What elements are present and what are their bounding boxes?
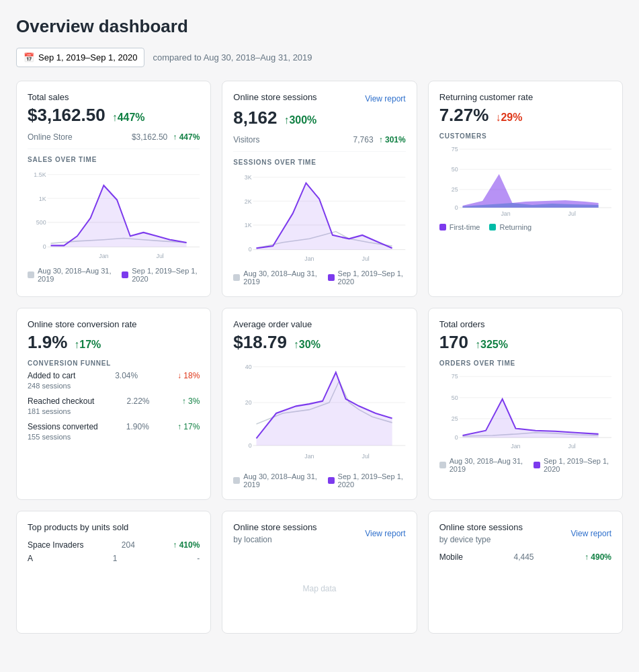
total-sales-sub-row: Online Store $3,162.50 ↑ 447%	[28, 132, 200, 149]
total-orders-chart-label: ORDERS OVER TIME	[439, 360, 611, 367]
svg-text:Jan: Jan	[501, 210, 510, 217]
calendar-icon: 📅	[24, 52, 34, 62]
sessions-device-view-report[interactable]: View report	[571, 529, 611, 538]
sessions-sub-label: Visitors	[233, 135, 259, 144]
sessions-chart: 3K 2K 1K 0 Jan Jul	[233, 170, 405, 264]
avg-order-chart: 40 20 0 Jan Jul	[233, 360, 405, 467]
svg-text:2K: 2K	[245, 198, 253, 204]
svg-text:20: 20	[245, 399, 252, 406]
funnel-name-2: Sessions converted	[28, 422, 98, 431]
svg-text:1K: 1K	[245, 222, 253, 228]
avg-order-legend-prev: Aug 30, 2018–Aug 31, 2019	[233, 472, 318, 489]
dashboard-grid: Total sales $3,162.50 ↑447% Online Store…	[16, 81, 623, 634]
svg-text:75: 75	[451, 373, 458, 380]
product-count-1: 1	[113, 554, 118, 563]
svg-text:0: 0	[249, 245, 252, 252]
svg-text:0: 0	[249, 442, 252, 449]
svg-text:1.5K: 1.5K	[34, 171, 46, 178]
funnel-pct-0: 3.04%	[115, 371, 138, 380]
svg-text:500: 500	[36, 219, 46, 226]
sessions-legend-prev: Aug 30, 2018–Aug 31, 2019	[233, 269, 318, 286]
svg-marker-40	[257, 372, 392, 446]
returning-metric-row: 7.27% ↓29%	[439, 105, 611, 126]
date-range-button[interactable]: 📅 Sep 1, 2019–Sep 1, 2020	[16, 48, 144, 67]
sessions-title: Online store sessions	[233, 92, 316, 102]
funnel-row-0: Added to cart 3.04% ↓ 18% 248 sessions	[28, 371, 200, 390]
date-range-label: Sep 1, 2019–Sep 1, 2020	[38, 52, 137, 62]
sessions-change: ↑300%	[284, 114, 316, 126]
svg-text:75: 75	[451, 146, 458, 153]
funnel-name-1: Reached checkout	[28, 396, 94, 406]
svg-text:Jul: Jul	[568, 210, 575, 217]
sessions-location-card: Online store sessions by location View r…	[222, 511, 417, 634]
sessions-legend-prev-label: Aug 30, 2018–Aug 31, 2019	[243, 269, 318, 286]
compare-label: compared to Aug 30, 2018–Aug 31, 2019	[153, 52, 312, 62]
avg-order-legend-prev-label: Aug 30, 2018–Aug 31, 2019	[243, 472, 318, 489]
total-orders-value: 170	[439, 332, 468, 353]
avg-order-legend: Aug 30, 2018–Aug 31, 2019 Sep 1, 2019–Se…	[233, 472, 405, 489]
total-orders-legend-prev: Aug 30, 2018–Aug 31, 2019	[439, 457, 524, 473]
conversion-funnel-label: CONVERSION FUNNEL	[28, 360, 200, 367]
returning-card: Returning customer rate 7.27% ↓29% CUSTO…	[428, 81, 623, 297]
funnel-row-1: Reached checkout 2.22% ↑ 3% 181 sessions	[28, 396, 200, 415]
total-sales-card: Total sales $3,162.50 ↑447% Online Store…	[16, 81, 211, 297]
total-orders-chart: 75 50 25 0 Jan Jul	[439, 371, 611, 452]
top-products-title: Top products by units sold	[28, 522, 200, 532]
funnel-sub-0: 248 sessions	[28, 382, 200, 390]
avg-order-card: Average order value $18.79 ↑30% 40 20 0 …	[222, 308, 417, 500]
total-orders-legend-curr-label: Sep 1, 2019–Sep 1, 2020	[544, 457, 611, 473]
total-sales-change: ↑447%	[112, 112, 145, 124]
svg-text:Jul: Jul	[568, 443, 575, 450]
product-change-1: -	[197, 554, 200, 563]
total-sales-sub-label: Online Store	[28, 132, 73, 142]
returning-legend: First-time Returning	[439, 223, 611, 231]
sessions-sub-change: ↑ 301%	[379, 135, 406, 144]
legend-returning-label: Returning	[499, 223, 531, 231]
avg-order-legend-curr-label: Sep 1, 2019–Sep 1, 2020	[338, 472, 406, 489]
sessions-chart-label: SESSIONS OVER TIME	[233, 159, 405, 166]
conversion-funnel: Added to cart 3.04% ↓ 18% 248 sessions R…	[28, 371, 200, 441]
top-products-list: Space Invaders 204 ↑ 410% A 1 -	[28, 540, 200, 563]
legend-curr: Sep 1, 2019–Sep 1, 2020	[122, 267, 200, 283]
svg-text:50: 50	[451, 166, 458, 173]
sessions-view-report[interactable]: View report	[365, 94, 405, 103]
sessions-device-mobile-row: Mobile 4,445 ↑ 490%	[439, 552, 611, 562]
sessions-location-title: Online store sessions	[233, 522, 316, 532]
legend-prev-dot	[28, 271, 34, 278]
sessions-metric-row: 8,162 ↑300%	[233, 108, 405, 128]
total-orders-legend: Aug 30, 2018–Aug 31, 2019 Sep 1, 2019–Se…	[439, 457, 611, 473]
avg-order-change: ↑30%	[294, 339, 321, 351]
product-row-1: A 1 -	[28, 554, 200, 563]
funnel-pct-2: 1.90%	[126, 422, 149, 431]
product-name-1: A	[28, 554, 33, 563]
svg-text:40: 40	[245, 364, 252, 370]
total-orders-title: Total orders	[439, 319, 611, 329]
top-products-card: Top products by units sold Space Invader…	[16, 511, 211, 634]
svg-text:3K: 3K	[245, 174, 253, 181]
svg-text:1K: 1K	[39, 195, 47, 202]
legend-returning: Returning	[489, 223, 531, 231]
total-sales-metric-row: $3,162.50 ↑447%	[28, 105, 200, 126]
total-orders-card: Total orders 170 ↑325% ORDERS OVER TIME …	[428, 308, 623, 500]
product-name-0: Space Invaders	[28, 540, 83, 550]
svg-text:25: 25	[451, 415, 458, 422]
svg-text:50: 50	[451, 394, 458, 401]
legend-first-time-label: First-time	[450, 223, 480, 231]
funnel-pct-1: 2.22%	[127, 396, 150, 406]
total-sales-value: $3,162.50	[28, 105, 105, 126]
sessions-legend-curr-label: Sep 1, 2019–Sep 1, 2020	[338, 269, 406, 286]
funnel-row-2: Sessions converted 1.90% ↑ 17% 155 sessi…	[28, 422, 200, 441]
total-sales-sub-value: $3,162.50	[132, 132, 167, 142]
returning-title: Returning customer rate	[439, 92, 611, 102]
avg-order-title: Average order value	[233, 319, 405, 329]
sessions-sub-row: Visitors 7,763 ↑ 301%	[233, 135, 405, 152]
sessions-location-view-report[interactable]: View report	[365, 529, 405, 538]
avg-order-metric-row: $18.79 ↑30%	[233, 332, 405, 353]
page-title: Overview dashboard	[16, 16, 623, 37]
sessions-device-mobile-value: 4,445	[513, 552, 534, 562]
total-orders-legend-prev-label: Aug 30, 2018–Aug 31, 2019	[450, 457, 524, 473]
sessions-sub-value: 7,763	[353, 135, 374, 144]
funnel-change-2: ↑ 17%	[177, 422, 200, 431]
svg-text:Jan: Jan	[511, 443, 520, 450]
returning-change: ↓29%	[495, 112, 522, 124]
